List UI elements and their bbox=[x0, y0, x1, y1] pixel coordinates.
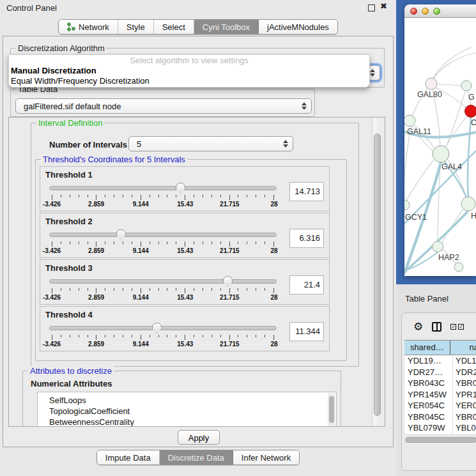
threshold-value-field[interactable]: 11.344 bbox=[289, 322, 324, 341]
tab-cyni-toolbox[interactable]: Cyni Toolbox bbox=[194, 20, 259, 34]
network-node-gal4[interactable] bbox=[433, 146, 449, 162]
table-data-groupbox: Table Data galFiltered.sif default node bbox=[10, 89, 315, 117]
combo-arrows-icon bbox=[370, 69, 375, 77]
tick-label: 15.43 bbox=[177, 294, 193, 301]
tab-select[interactable]: Select bbox=[154, 20, 194, 34]
gear-icon[interactable]: ⚙ bbox=[413, 321, 423, 332]
slider-thumb[interactable] bbox=[223, 276, 233, 287]
network-node-h[interactable] bbox=[461, 197, 475, 211]
threshold-value-field[interactable]: 14.713 bbox=[289, 182, 324, 201]
network-node-gal11[interactable] bbox=[404, 115, 415, 127]
network-node[interactable] bbox=[454, 263, 463, 272]
main-scrollbar-thumb[interactable] bbox=[374, 134, 381, 416]
network-node-c[interactable] bbox=[465, 105, 476, 118]
algorithm-dropdown-popup: Select algorithm to view settings Manual… bbox=[8, 54, 370, 88]
tick-label: 2.859 bbox=[88, 341, 104, 348]
zoom-traffic-light-icon[interactable] bbox=[433, 8, 440, 15]
table-row[interactable]: YLR345WYLR3 bbox=[404, 434, 476, 434]
table-row[interactable]: YDL19…YDL1 bbox=[404, 355, 476, 367]
tick-label: 2.859 bbox=[88, 201, 104, 208]
main-scrollbar[interactable] bbox=[372, 118, 383, 426]
network-window-titlebar bbox=[404, 4, 476, 18]
thresholds-groupbox: Threshold's Coordinates for 5 Intervals … bbox=[35, 159, 347, 361]
cell-name[interactable]: YBR0 bbox=[453, 378, 476, 389]
network-node-hap2[interactable] bbox=[433, 242, 443, 252]
checkbox-icon[interactable]: ✓ bbox=[458, 324, 464, 330]
table-row[interactable]: YER054CYER0 bbox=[404, 400, 476, 411]
table-row[interactable]: YDR27…YDR2 bbox=[404, 367, 476, 378]
slider-thumb[interactable] bbox=[116, 229, 126, 240]
table-row[interactable]: YPR145WYPR1 bbox=[404, 389, 476, 401]
threshold-slider[interactable]: -3.4262.8599.14415.4321.71528 bbox=[47, 275, 279, 303]
cell-shared-name[interactable]: YBL079W bbox=[404, 422, 453, 434]
cell-name[interactable]: YPR1 bbox=[453, 389, 476, 401]
cell-shared-name[interactable]: YDL19… bbox=[404, 355, 453, 367]
network-node-g[interactable] bbox=[461, 81, 472, 91]
threshold-label: Threshold 3 bbox=[45, 263, 93, 273]
cell-name[interactable]: YDR2 bbox=[453, 367, 476, 378]
tick-label: 21.715 bbox=[220, 341, 240, 348]
cell-name[interactable]: YBR0 bbox=[453, 411, 476, 423]
attribute-list-item[interactable]: TopologicalCoefficient bbox=[38, 406, 336, 417]
tab-discretize-data[interactable]: Discretize Data bbox=[160, 450, 233, 464]
threshold-slider[interactable]: -3.4262.8599.14415.4321.71528 bbox=[47, 322, 279, 350]
attribute-list-item[interactable]: BetweennessCentrality bbox=[38, 417, 336, 427]
threshold-label: Threshold 2 bbox=[45, 217, 93, 226]
threshold-row: Threshold 2-3.4262.8599.14415.4321.71528… bbox=[40, 213, 330, 258]
split-columns-icon[interactable] bbox=[432, 322, 441, 332]
cell-shared-name[interactable]: YLR345W bbox=[404, 434, 453, 434]
network-node-gal80[interactable] bbox=[426, 78, 437, 89]
minimize-traffic-light-icon[interactable] bbox=[422, 8, 429, 15]
cell-name[interactable]: YER0 bbox=[453, 400, 476, 411]
table-row[interactable]: YBR043CYBR0 bbox=[404, 378, 476, 389]
table-panel-window: ⚙ ✓ ✓ shared… na YDL19…YDL1YDR27…YDR2YBR… bbox=[401, 312, 476, 471]
tab-jactivemnodules[interactable]: jActiveMNodules bbox=[259, 20, 337, 34]
attribute-list-item[interactable]: SelfLoops bbox=[38, 395, 336, 406]
num-intervals-value: 5 bbox=[137, 139, 141, 149]
list-scrollbar[interactable] bbox=[328, 393, 335, 427]
close-traffic-light-icon[interactable] bbox=[410, 8, 417, 15]
network-canvas[interactable]: GAL80GCGAL11GAL4GCY1HHAP2 bbox=[404, 18, 476, 276]
table-horizontal-scrollbar[interactable] bbox=[404, 436, 476, 444]
tab-infer-network[interactable]: Infer Network bbox=[233, 450, 299, 464]
column-header-shared[interactable]: shared… bbox=[404, 341, 450, 355]
cell-shared-name[interactable]: YPR145W bbox=[404, 389, 453, 401]
table-row[interactable]: YBR045CYBR0 bbox=[404, 411, 476, 423]
checkbox-icon[interactable]: ✓ bbox=[450, 324, 456, 330]
column-header-name[interactable]: na bbox=[450, 341, 476, 355]
cell-name[interactable]: YDL1 bbox=[453, 355, 476, 367]
threshold-slider[interactable]: -3.4262.8599.14415.4321.71528 bbox=[47, 229, 279, 257]
numerical-attributes-list[interactable]: SelfLoopsTopologicalCoefficientBetweenne… bbox=[37, 392, 337, 427]
network-node-gcy1[interactable] bbox=[404, 200, 410, 210]
cell-shared-name[interactable]: YER054C bbox=[404, 400, 453, 411]
network-desktop-area: GAL80GCGAL11GAL4GCY1HHAP2 bbox=[396, 0, 476, 284]
num-intervals-combobox[interactable]: 5 bbox=[128, 136, 293, 151]
threshold-value-field[interactable]: 21.4 bbox=[289, 275, 324, 295]
tab-style[interactable]: Style bbox=[118, 20, 154, 34]
threshold-value-field[interactable]: 6.316 bbox=[289, 229, 324, 248]
slider-thumb[interactable] bbox=[152, 323, 162, 334]
table-header-row: shared… na bbox=[404, 340, 476, 355]
table-row[interactable]: YBL079WYBL0 bbox=[404, 422, 476, 434]
network-edge bbox=[436, 84, 462, 86]
apply-button[interactable]: Apply bbox=[178, 430, 220, 445]
close-icon[interactable]: ✖ bbox=[380, 1, 387, 11]
table-toolbar: ⚙ ✓ ✓ bbox=[402, 317, 464, 336]
tick-label: 28 bbox=[270, 247, 277, 254]
dropdown-option[interactable]: Manual Discretization bbox=[9, 66, 369, 76]
tab-impute-data[interactable]: Impute Data bbox=[97, 450, 160, 464]
cell-shared-name[interactable]: YBR043C bbox=[404, 378, 453, 389]
table-data-combobox[interactable]: galFiltered.sif default node bbox=[15, 98, 312, 114]
network-edge bbox=[406, 160, 434, 201]
dropdown-option[interactable]: Equal Width/Frequency Discretization bbox=[9, 76, 369, 86]
threshold-slider[interactable]: -3.4262.8599.14415.4321.71528 bbox=[47, 182, 279, 210]
threshold-row: Threshold 4-3.4262.8599.14415.4321.71528… bbox=[40, 306, 330, 351]
float-window-icon[interactable] bbox=[368, 4, 375, 12]
cell-name[interactable]: YBL0 bbox=[453, 422, 476, 434]
cell-shared-name[interactable]: YBR045C bbox=[404, 411, 453, 423]
tab-network[interactable]: Network bbox=[59, 20, 118, 34]
cell-shared-name[interactable]: YDR27… bbox=[404, 367, 453, 378]
tick-label: 21.715 bbox=[220, 201, 240, 208]
slider-thumb[interactable] bbox=[176, 183, 185, 194]
cell-name[interactable]: YLR3 bbox=[453, 434, 476, 434]
